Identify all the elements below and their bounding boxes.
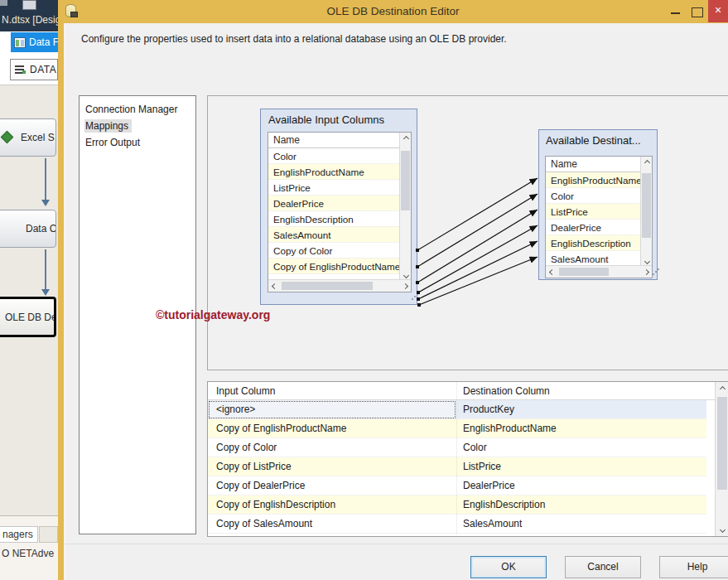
data-flow-task-row: DATA <box>0 53 58 85</box>
tab-fragment <box>39 526 58 543</box>
ok-button[interactable]: OK <box>470 556 547 578</box>
scrollbar-thumb[interactable] <box>282 282 373 290</box>
resize-grip-icon[interactable] <box>412 298 413 300</box>
list-item[interactable]: DealerPrice <box>546 220 641 235</box>
list-header: Name <box>546 157 652 172</box>
scroll-down-button[interactable] <box>716 524 728 535</box>
scroll-right-button[interactable] <box>399 280 411 292</box>
nav-item-error-output[interactable]: Error Output <box>81 134 194 151</box>
table-row[interactable]: Copy of EnglishProductName EnglishProduc… <box>208 419 706 438</box>
list-item[interactable]: Copy of EnglishProductName <box>268 259 400 274</box>
scrollbar-thumb[interactable] <box>401 151 410 210</box>
scroll-up-button[interactable] <box>641 157 653 168</box>
list-item[interactable]: EnglishDescription <box>546 235 641 251</box>
designer-tab-strip: Data Fl <box>0 31 58 53</box>
available-destination-columns-title: Available Destinat... <box>539 130 657 147</box>
help-button[interactable]: Help <box>659 556 728 578</box>
chevron-up-icon <box>719 385 725 391</box>
resize-grip-icon[interactable] <box>653 273 654 275</box>
chevron-down-icon <box>403 272 408 278</box>
table-row[interactable]: Copy of DealerPrice DealerPrice <box>208 476 706 495</box>
dialog-title: OLE DB Destination Editor <box>58 0 728 23</box>
table-row[interactable]: Copy of SalesAmount SalesAmount <box>208 515 706 534</box>
horizontal-scrollbar[interactable] <box>268 279 411 292</box>
connection-managers-pane: nagers O NETAdve <box>0 515 58 580</box>
oledb-destination-editor-dialog: OLE DB Destination Editor × Configure th… <box>58 0 728 580</box>
excel-source-icon <box>1 131 14 144</box>
dialog-border-inner <box>64 23 66 580</box>
table-row[interactable]: Copy of EnglishDescription EnglishDescri… <box>208 495 706 515</box>
list-rows: Color EnglishProductName ListPrice Deale… <box>268 148 400 281</box>
node-excel-source[interactable]: Excel S <box>0 118 56 157</box>
list-item[interactable]: Color <box>546 188 641 204</box>
chevron-right-icon <box>402 283 407 288</box>
footer-divider <box>65 544 728 544</box>
scroll-right-button[interactable] <box>640 266 652 278</box>
chevron-left-icon <box>548 268 554 274</box>
vertical-scrollbar[interactable] <box>640 157 652 267</box>
nav-item-connection-manager[interactable]: Connection Manager <box>81 101 194 118</box>
available-input-columns-title: Available Input Columns <box>261 109 417 126</box>
scroll-up-button[interactable] <box>400 133 412 144</box>
list-item[interactable]: ListPrice <box>546 204 641 220</box>
document-tab-dtsx[interactable]: N.dtsx [Design <box>2 14 66 26</box>
close-button[interactable]: × <box>708 0 728 22</box>
list-header: Name <box>268 133 411 148</box>
chevron-left-icon <box>271 283 277 288</box>
node-data-conversion[interactable]: Data Con <box>0 210 56 248</box>
grid-header-destination-column[interactable]: Destination Column <box>463 382 550 400</box>
scroll-left-button[interactable] <box>268 280 280 292</box>
list-item[interactable]: DealerPrice <box>268 196 400 211</box>
data-flow-task-selector[interactable]: DATA <box>10 59 58 80</box>
list-item[interactable]: Color <box>268 148 400 164</box>
dialog-description: Configure the properties used to insert … <box>81 33 507 45</box>
nav-item-mappings[interactable]: Mappings <box>81 118 194 134</box>
cancel-button[interactable]: Cancel <box>565 556 641 578</box>
list-item[interactable]: SalesAmount <box>268 227 400 243</box>
mapping-canvas: Available Input Columns Name Color Engli… <box>207 95 728 370</box>
chevron-right-icon <box>643 268 648 274</box>
table-row[interactable]: Copy of ListPrice ListPrice <box>208 457 706 476</box>
task-icon <box>15 65 24 67</box>
tab-data-flow[interactable]: Data Fl <box>11 32 58 52</box>
list-item[interactable]: EnglishProductName <box>546 172 641 188</box>
chevron-up-icon <box>644 159 649 165</box>
tab-connection-managers[interactable]: nagers <box>0 526 38 543</box>
connection-manager-item[interactable]: O NETAdve <box>2 548 54 559</box>
list-item[interactable]: ListPrice <box>268 180 400 196</box>
grid-vertical-scrollbar[interactable] <box>715 382 728 536</box>
grid-rows: <ignore> ProductKey Copy of EnglishProdu… <box>208 400 706 534</box>
available-destination-columns-list: Name EnglishProductName Color ListPrice … <box>545 156 653 278</box>
vs-document-tabbar: N.dtsx [Design <box>0 0 58 31</box>
designer-surface: Excel S Data Con OLE DB De <box>0 85 58 515</box>
scroll-left-button[interactable] <box>546 266 557 278</box>
available-input-columns-box: Available Input Columns Name Color Engli… <box>260 109 417 305</box>
list-item[interactable]: EnglishDescription <box>268 211 400 227</box>
vs-chrome-fragment <box>0 0 7 6</box>
list-item[interactable]: Copy of Color <box>268 243 400 259</box>
horizontal-scrollbar[interactable] <box>546 265 652 278</box>
vertical-scrollbar[interactable] <box>399 133 411 281</box>
scrollbar-thumb[interactable] <box>559 268 609 276</box>
table-row[interactable]: Copy of Color Color <box>208 438 706 457</box>
vs-chrome-fragment <box>22 0 36 10</box>
visual-studio-background: N.dtsx [Design Data Fl DATA Excel S Data… <box>0 0 58 580</box>
grid-header-input-column[interactable]: Input Column <box>216 382 275 400</box>
chevron-down-icon <box>719 526 725 532</box>
grid-header-row: Input Column Destination Column <box>208 382 715 400</box>
node-oledb-destination[interactable]: OLE DB De <box>0 297 56 337</box>
available-destination-columns-box: Available Destinat... Name EnglishProduc… <box>538 129 658 280</box>
scrollbar-thumb[interactable] <box>642 173 651 238</box>
data-flow-icon <box>14 37 26 48</box>
dialog-titlebar[interactable]: OLE DB Destination Editor × <box>58 0 728 23</box>
maximize-button[interactable] <box>687 0 706 23</box>
minimize-button[interactable] <box>667 0 685 23</box>
chevron-down-icon <box>644 258 649 263</box>
dialog-border <box>58 23 64 580</box>
list-item[interactable]: EnglishProductName <box>268 164 400 180</box>
watermark: ©tutorialgateway.org <box>156 308 270 321</box>
list-rows: EnglishProductName Color ListPrice Deale… <box>546 172 641 267</box>
scrollbar-thumb[interactable] <box>717 397 727 490</box>
scroll-up-button[interactable] <box>716 383 728 394</box>
table-row[interactable]: <ignore> ProductKey <box>208 400 706 419</box>
